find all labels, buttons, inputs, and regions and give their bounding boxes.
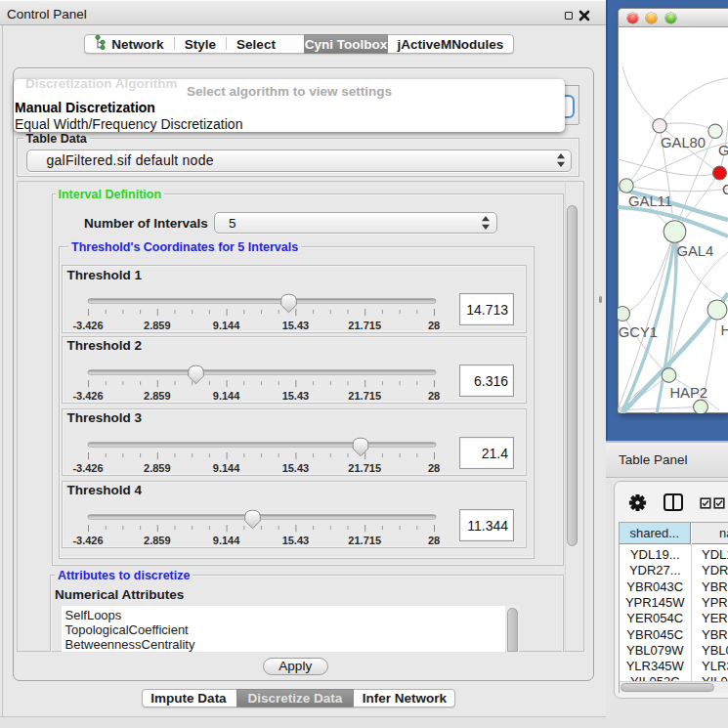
svg-text:GAL11: GAL11 <box>628 193 672 209</box>
svg-text:GA: GA <box>718 143 728 158</box>
svg-text:C: C <box>722 182 728 197</box>
svg-text:HAP2: HAP2 <box>669 385 707 401</box>
svg-text:H: H <box>720 322 728 338</box>
svg-text:GAL80: GAL80 <box>661 135 706 150</box>
svg-text:GCY1: GCY1 <box>619 324 658 340</box>
svg-text:GAL4: GAL4 <box>676 243 713 259</box>
